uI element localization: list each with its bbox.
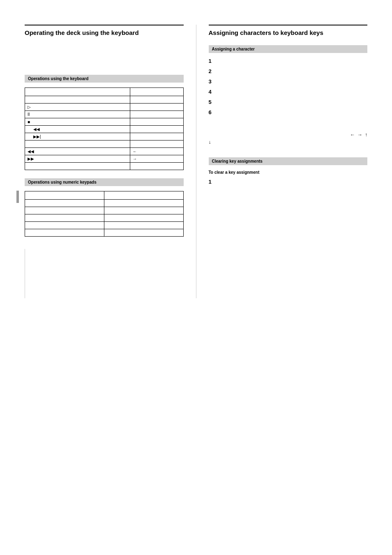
to-clear-label: To clear a key assignment bbox=[209, 170, 368, 175]
table-row bbox=[25, 191, 184, 199]
table-row: ▶▶ → bbox=[25, 155, 184, 162]
step-2-num: 2 bbox=[209, 68, 368, 74]
up-arrow-icon: ↑ bbox=[365, 132, 367, 138]
step-6-num: 6 bbox=[209, 109, 368, 115]
table-row bbox=[25, 162, 184, 170]
subsection1-header: Operations using the keyboard bbox=[25, 75, 184, 83]
table-row: ◀◀ ← bbox=[25, 147, 184, 155]
steps-container: 1 2 3 4 5 6 bbox=[209, 58, 368, 115]
step-1-num: 1 bbox=[209, 58, 368, 64]
table-row: ▶▶| bbox=[25, 133, 184, 140]
right-section-header: Assigning characters to keyboard keys bbox=[209, 25, 368, 37]
table-row bbox=[25, 207, 184, 214]
step-3-num: 3 bbox=[209, 78, 368, 85]
arrows-right: ← → ↑ bbox=[209, 132, 368, 138]
table-row: II bbox=[25, 111, 184, 118]
left-section-header: Operating the deck using the keyboard bbox=[25, 25, 184, 37]
page: Operating the deck using the keyboard Op… bbox=[0, 0, 392, 555]
arrows-note: ← → ↑ ↓ bbox=[209, 132, 368, 145]
step-5-num: 5 bbox=[209, 99, 368, 105]
numeric-keypads-table bbox=[25, 191, 184, 237]
table-row bbox=[25, 140, 184, 147]
left-column: Operating the deck using the keyboard Op… bbox=[25, 25, 196, 298]
table-row: ■ bbox=[25, 118, 184, 125]
table-row bbox=[25, 214, 184, 221]
clear-step-1-num: 1 bbox=[209, 179, 368, 185]
clearing-section: Clearing key assignments To clear a key … bbox=[209, 157, 368, 185]
table-row bbox=[25, 88, 184, 96]
down-arrow-icon: ↓ bbox=[209, 139, 368, 145]
table-row bbox=[25, 199, 184, 207]
right-column: Assigning characters to keyboard keys As… bbox=[196, 25, 368, 298]
step-4-num: 4 bbox=[209, 89, 368, 95]
keyboard-operations-table: ▷ II ■ ◀◀ bbox=[25, 88, 184, 170]
two-column-layout: Operating the deck using the keyboard Op… bbox=[25, 25, 367, 298]
left-title: Operating the deck using the keyboard bbox=[25, 29, 184, 37]
table-row bbox=[25, 96, 184, 103]
table-row: ▷ bbox=[25, 103, 184, 111]
assigning-header: Assigning a character bbox=[209, 45, 368, 53]
left-arrow-icon: ← bbox=[350, 132, 355, 138]
numeric-subsection: Operations using numeric keypads bbox=[25, 178, 184, 237]
clearing-header: Clearing key assignments bbox=[209, 157, 368, 165]
right-title: Assigning characters to keyboard keys bbox=[209, 29, 368, 37]
table-row: ◀◀ bbox=[25, 125, 184, 133]
right-arrow-icon: → bbox=[357, 132, 362, 138]
table-row bbox=[25, 221, 184, 229]
subsection2-header: Operations using numeric keypads bbox=[25, 178, 184, 186]
left-bottom-area bbox=[25, 249, 184, 298]
table-row bbox=[25, 229, 184, 236]
